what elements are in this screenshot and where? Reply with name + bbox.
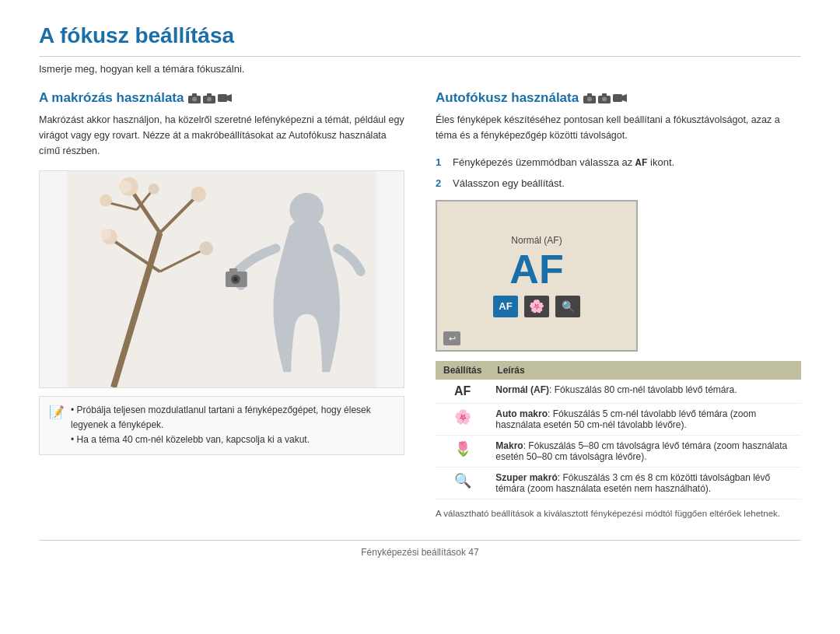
page-title: A fókusz beállítása — [39, 23, 801, 57]
note-box: 📝 • Próbálja teljesen mozdulatlanul tart… — [39, 396, 404, 455]
svg-marker-36 — [622, 94, 627, 102]
camera4-icon — [598, 93, 611, 103]
left-section-title: A makrózás használata — [39, 90, 404, 106]
page-footer: Fényképezési beállítások 47 — [39, 540, 801, 558]
svg-rect-30 — [587, 93, 592, 96]
svg-point-22 — [100, 194, 112, 207]
table-cell-desc: Szuper makró: Fókuszálás 3 cm és 8 cm kö… — [489, 468, 801, 499]
camera3-icon — [583, 93, 596, 103]
svg-point-2 — [192, 96, 197, 101]
table-cell-icon: 🔍 — [436, 468, 489, 499]
svg-rect-6 — [218, 94, 227, 102]
table-cell-desc: Auto makro: Fókuszálás 5 cm-nél távolabb… — [489, 404, 801, 436]
page-subtitle: Ismerje meg, hogyan kell a témára fókusz… — [39, 63, 801, 75]
right-section-icons — [583, 93, 627, 103]
illustration-svg — [40, 171, 404, 387]
illustration-area — [39, 170, 404, 388]
svg-point-34 — [602, 96, 607, 101]
svg-rect-35 — [613, 94, 622, 102]
back-button: ↩ — [443, 331, 460, 345]
svg-point-5 — [207, 96, 212, 101]
table-cell-desc: Normál (AF): Fókuszálás 80 cm-nél távola… — [489, 380, 801, 404]
svg-rect-33 — [602, 93, 607, 96]
svg-rect-26 — [229, 268, 237, 273]
table-header-setting: Beállítás — [436, 361, 489, 380]
svg-rect-1 — [192, 93, 197, 96]
table-header-desc: Leírás — [489, 361, 801, 380]
af-icon: AF — [454, 384, 471, 398]
svg-point-18 — [100, 229, 111, 240]
video2-icon — [613, 93, 627, 103]
row4-bold: Szuper makró — [495, 472, 557, 483]
step-1: 1 Fényképezés üzemmódban válassza az AF … — [436, 155, 801, 171]
table-row: AF Normál (AF): Fókuszálás 80 cm-nél táv… — [436, 380, 801, 404]
note-text: • Próbálja teljesen mozdulatlanul tartan… — [71, 403, 394, 448]
super-macro-icon: 🔍 — [454, 473, 471, 489]
af-magnify-icon: 🔍 — [555, 296, 580, 317]
footer-note: A választható beállítások a kiválasztott… — [436, 507, 801, 520]
svg-rect-4 — [207, 93, 212, 96]
camera-icon — [188, 93, 201, 103]
table-cell-desc: Makro: Fókuszálás 5–80 cm távolságra lév… — [489, 436, 801, 468]
steps-list: 1 Fényképezés üzemmódban válassza az AF … — [436, 155, 801, 191]
macro-icon: 🌷 — [454, 441, 471, 457]
svg-point-28 — [233, 277, 238, 282]
row2-bold: Auto makro — [495, 408, 548, 419]
table-cell-icon: 🌸 — [436, 404, 489, 436]
video-icon — [218, 93, 232, 103]
camera-icons-row: AF 🌸 🔍 — [493, 296, 580, 317]
left-section-icons — [188, 93, 232, 103]
svg-marker-7 — [227, 94, 232, 102]
table-row: 🔍 Szuper makró: Fókuszálás 3 cm és 8 cm … — [436, 468, 801, 499]
right-section-title: Autofókusz használata — [436, 90, 801, 106]
row1-bold: Normál (AF) — [495, 384, 549, 395]
row3-bold: Makro — [495, 440, 523, 451]
right-column: Autofókusz használata Éles fényképek kés… — [436, 90, 801, 532]
camera-af-display: AF — [509, 249, 563, 289]
svg-point-23 — [149, 184, 159, 194]
af-flower-icon: 🌸 — [524, 296, 549, 317]
row1-desc: : Fókuszálás 80 cm-nél távolabb lévő tém… — [549, 384, 737, 395]
table-row: 🌸 Auto makro: Fókuszálás 5 cm-nél távola… — [436, 404, 801, 436]
table-cell-icon: AF — [436, 380, 489, 404]
table-cell-icon: 🌷 — [436, 436, 489, 468]
left-section-desc: Makrózást akkor használjon, ha közelről … — [39, 112, 404, 159]
svg-point-31 — [587, 96, 592, 101]
camera-label: Normál (AF) — [511, 235, 562, 246]
right-section-desc: Éles fényképek készítéséhez pontosan kel… — [436, 112, 801, 143]
step-2: 2 Válasszon egy beállítást. — [436, 176, 801, 191]
settings-table: Beállítás Leírás AF Normál (AF): Fókuszá… — [436, 361, 801, 499]
camera-screen-inner: Normál (AF) AF AF 🌸 🔍 ↩ — [437, 201, 636, 350]
auto-macro-icon: 🌸 — [454, 409, 471, 425]
row3-desc: : Fókuszálás 5–80 cm távolságra lévő tém… — [495, 440, 787, 462]
svg-point-15 — [119, 180, 131, 193]
svg-point-19 — [199, 241, 213, 255]
af-selected-icon: AF — [493, 296, 518, 317]
table-row: 🌷 Makro: Fókuszálás 5–80 cm távolságra l… — [436, 436, 801, 468]
camera2-icon — [203, 93, 215, 103]
left-column: A makrózás használata Makrózást akkor ha… — [39, 90, 404, 532]
note-icon: 📝 — [49, 405, 65, 419]
svg-point-16 — [191, 187, 206, 202]
camera-screen: Normál (AF) AF AF 🌸 🔍 ↩ — [436, 200, 638, 352]
